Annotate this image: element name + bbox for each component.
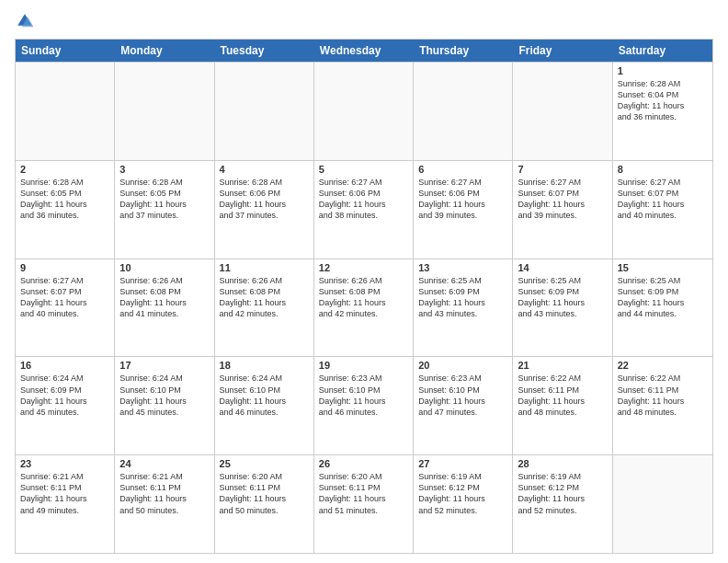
- calendar-cell-1-5: [414, 63, 513, 160]
- calendar-cell-4-1: 16Sunrise: 6:24 AM Sunset: 6:09 PM Dayli…: [16, 357, 115, 454]
- day-number: 1: [618, 65, 708, 76]
- day-info: Sunrise: 6:25 AM Sunset: 6:09 PM Dayligh…: [618, 275, 708, 320]
- calendar-cell-3-5: 13Sunrise: 6:25 AM Sunset: 6:09 PM Dayli…: [414, 259, 513, 357]
- day-info: Sunrise: 6:28 AM Sunset: 6:05 PM Dayligh…: [119, 177, 209, 222]
- day-number: 18: [220, 360, 309, 371]
- calendar-cell-2-3: 4Sunrise: 6:28 AM Sunset: 6:06 PM Daylig…: [215, 161, 314, 259]
- day-info: Sunrise: 6:26 AM Sunset: 6:08 PM Dayligh…: [220, 275, 309, 320]
- header: [15, 11, 713, 31]
- day-info: Sunrise: 6:28 AM Sunset: 6:06 PM Dayligh…: [220, 177, 309, 222]
- calendar-cell-5-5: 27Sunrise: 6:19 AM Sunset: 6:12 PM Dayli…: [414, 455, 513, 553]
- calendar-cell-1-1: [16, 63, 115, 160]
- day-number: 16: [20, 360, 109, 371]
- day-number: 13: [418, 262, 507, 273]
- day-info: Sunrise: 6:28 AM Sunset: 6:05 PM Dayligh…: [20, 177, 109, 222]
- day-info: Sunrise: 6:20 AM Sunset: 6:11 PM Dayligh…: [319, 471, 408, 516]
- calendar-cell-2-4: 5Sunrise: 6:27 AM Sunset: 6:06 PM Daylig…: [314, 161, 414, 259]
- calendar-week-4: 16Sunrise: 6:24 AM Sunset: 6:09 PM Dayli…: [16, 356, 712, 454]
- day-info: Sunrise: 6:26 AM Sunset: 6:08 PM Dayligh…: [319, 275, 408, 320]
- day-number: 6: [418, 164, 507, 175]
- day-info: Sunrise: 6:21 AM Sunset: 6:11 PM Dayligh…: [119, 471, 209, 516]
- calendar-cell-5-3: 25Sunrise: 6:20 AM Sunset: 6:11 PM Dayli…: [215, 455, 314, 553]
- day-number: 22: [618, 360, 708, 371]
- day-number: 20: [418, 360, 507, 371]
- day-info: Sunrise: 6:27 AM Sunset: 6:07 PM Dayligh…: [20, 275, 109, 320]
- calendar-cell-3-2: 10Sunrise: 6:26 AM Sunset: 6:08 PM Dayli…: [115, 259, 214, 357]
- logo-icon: [15, 11, 35, 31]
- calendar-cell-1-3: [215, 63, 314, 160]
- calendar-cell-2-6: 7Sunrise: 6:27 AM Sunset: 6:07 PM Daylig…: [513, 161, 612, 259]
- calendar-week-3: 9Sunrise: 6:27 AM Sunset: 6:07 PM Daylig…: [16, 259, 712, 357]
- day-info: Sunrise: 6:24 AM Sunset: 6:10 PM Dayligh…: [119, 373, 209, 418]
- calendar-cell-5-2: 24Sunrise: 6:21 AM Sunset: 6:11 PM Dayli…: [115, 455, 214, 553]
- weekday-header-tuesday: Tuesday: [215, 40, 314, 62]
- logo: [15, 11, 39, 31]
- calendar-cell-5-7: [613, 455, 712, 553]
- calendar-cell-4-7: 22Sunrise: 6:22 AM Sunset: 6:11 PM Dayli…: [613, 357, 712, 454]
- weekday-header-thursday: Thursday: [414, 40, 513, 62]
- day-number: 21: [518, 360, 607, 371]
- day-number: 7: [518, 164, 607, 175]
- day-info: Sunrise: 6:28 AM Sunset: 6:04 PM Dayligh…: [618, 78, 708, 123]
- day-number: 24: [119, 458, 209, 469]
- day-info: Sunrise: 6:26 AM Sunset: 6:08 PM Dayligh…: [119, 275, 209, 320]
- calendar-cell-1-2: [115, 63, 214, 160]
- day-number: 19: [319, 360, 408, 371]
- calendar-cell-3-6: 14Sunrise: 6:25 AM Sunset: 6:09 PM Dayli…: [513, 259, 612, 357]
- day-info: Sunrise: 6:22 AM Sunset: 6:11 PM Dayligh…: [618, 373, 708, 418]
- day-info: Sunrise: 6:25 AM Sunset: 6:09 PM Dayligh…: [518, 275, 607, 320]
- calendar-cell-5-4: 26Sunrise: 6:20 AM Sunset: 6:11 PM Dayli…: [314, 455, 414, 553]
- day-info: Sunrise: 6:27 AM Sunset: 6:06 PM Dayligh…: [418, 177, 507, 222]
- calendar-cell-3-1: 9Sunrise: 6:27 AM Sunset: 6:07 PM Daylig…: [16, 259, 115, 357]
- day-info: Sunrise: 6:27 AM Sunset: 6:07 PM Dayligh…: [518, 177, 607, 222]
- day-number: 2: [20, 164, 109, 175]
- day-number: 10: [119, 262, 209, 273]
- day-number: 17: [119, 360, 209, 371]
- day-number: 8: [618, 164, 708, 175]
- calendar-cell-1-6: [513, 63, 612, 160]
- weekday-header-wednesday: Wednesday: [314, 40, 414, 62]
- day-info: Sunrise: 6:20 AM Sunset: 6:11 PM Dayligh…: [220, 471, 309, 516]
- calendar-cell-3-4: 12Sunrise: 6:26 AM Sunset: 6:08 PM Dayli…: [314, 259, 414, 357]
- day-number: 27: [418, 458, 507, 469]
- day-info: Sunrise: 6:19 AM Sunset: 6:12 PM Dayligh…: [518, 471, 607, 516]
- calendar-body: 1Sunrise: 6:28 AM Sunset: 6:04 PM Daylig…: [16, 62, 712, 553]
- calendar-cell-2-1: 2Sunrise: 6:28 AM Sunset: 6:05 PM Daylig…: [16, 161, 115, 259]
- day-number: 14: [518, 262, 607, 273]
- weekday-header-friday: Friday: [513, 40, 612, 62]
- weekday-header-saturday: Saturday: [613, 40, 712, 62]
- calendar-cell-4-5: 20Sunrise: 6:23 AM Sunset: 6:10 PM Dayli…: [414, 357, 513, 454]
- calendar-cell-4-2: 17Sunrise: 6:24 AM Sunset: 6:10 PM Dayli…: [115, 357, 214, 454]
- day-number: 23: [20, 458, 109, 469]
- day-number: 25: [220, 458, 309, 469]
- day-info: Sunrise: 6:19 AM Sunset: 6:12 PM Dayligh…: [418, 471, 507, 516]
- weekday-header-sunday: Sunday: [16, 40, 115, 62]
- day-number: 28: [518, 458, 607, 469]
- calendar-week-5: 23Sunrise: 6:21 AM Sunset: 6:11 PM Dayli…: [16, 454, 712, 553]
- calendar-cell-2-7: 8Sunrise: 6:27 AM Sunset: 6:07 PM Daylig…: [613, 161, 712, 259]
- day-info: Sunrise: 6:27 AM Sunset: 6:07 PM Dayligh…: [618, 177, 708, 222]
- calendar-cell-5-6: 28Sunrise: 6:19 AM Sunset: 6:12 PM Dayli…: [513, 455, 612, 553]
- calendar-header-row: SundayMondayTuesdayWednesdayThursdayFrid…: [16, 40, 712, 62]
- day-info: Sunrise: 6:22 AM Sunset: 6:11 PM Dayligh…: [518, 373, 607, 418]
- calendar: SundayMondayTuesdayWednesdayThursdayFrid…: [15, 39, 713, 554]
- calendar-cell-2-2: 3Sunrise: 6:28 AM Sunset: 6:05 PM Daylig…: [115, 161, 214, 259]
- day-info: Sunrise: 6:23 AM Sunset: 6:10 PM Dayligh…: [319, 373, 408, 418]
- day-info: Sunrise: 6:27 AM Sunset: 6:06 PM Dayligh…: [319, 177, 408, 222]
- calendar-cell-3-7: 15Sunrise: 6:25 AM Sunset: 6:09 PM Dayli…: [613, 259, 712, 357]
- calendar-week-2: 2Sunrise: 6:28 AM Sunset: 6:05 PM Daylig…: [16, 160, 712, 259]
- calendar-cell-1-7: 1Sunrise: 6:28 AM Sunset: 6:04 PM Daylig…: [613, 63, 712, 160]
- calendar-cell-2-5: 6Sunrise: 6:27 AM Sunset: 6:06 PM Daylig…: [414, 161, 513, 259]
- day-info: Sunrise: 6:23 AM Sunset: 6:10 PM Dayligh…: [418, 373, 507, 418]
- calendar-cell-3-3: 11Sunrise: 6:26 AM Sunset: 6:08 PM Dayli…: [215, 259, 314, 357]
- calendar-cell-4-3: 18Sunrise: 6:24 AM Sunset: 6:10 PM Dayli…: [215, 357, 314, 454]
- calendar-cell-4-6: 21Sunrise: 6:22 AM Sunset: 6:11 PM Dayli…: [513, 357, 612, 454]
- calendar-week-1: 1Sunrise: 6:28 AM Sunset: 6:04 PM Daylig…: [16, 62, 712, 160]
- calendar-cell-1-4: [314, 63, 414, 160]
- page: SundayMondayTuesdayWednesdayThursdayFrid…: [0, 0, 728, 563]
- day-number: 9: [20, 262, 109, 273]
- day-number: 15: [618, 262, 708, 273]
- day-number: 3: [119, 164, 209, 175]
- day-number: 12: [319, 262, 408, 273]
- day-number: 26: [319, 458, 408, 469]
